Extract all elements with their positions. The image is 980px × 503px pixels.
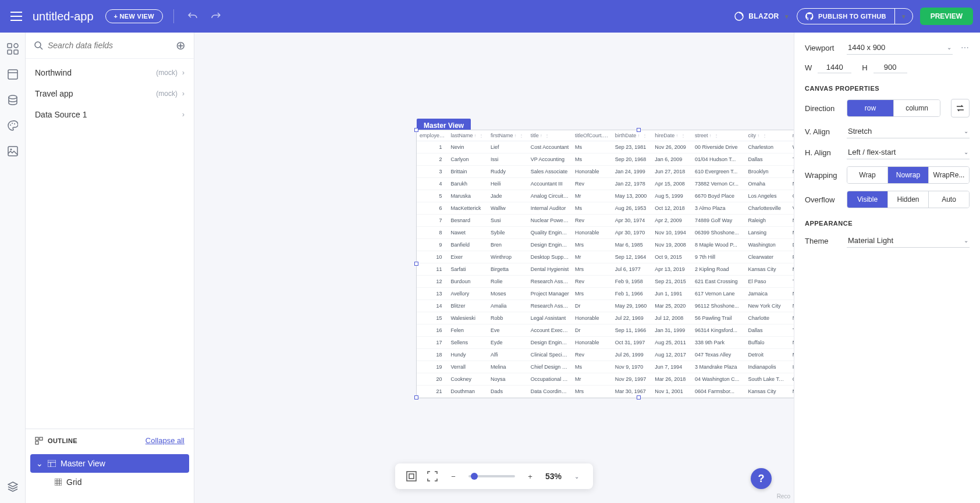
publish-dropdown[interactable]: ▼	[894, 9, 912, 24]
canvas-area[interactable]: Master View employeeID↑ ⋮lastName↑ ⋮firs…	[194, 33, 794, 503]
data-grid[interactable]: employeeID↑ ⋮lastName↑ ⋮firstName↑ ⋮titl…	[417, 130, 794, 398]
table-row[interactable]: 3BrittainRuddySales AssociateHonorableJa…	[417, 166, 794, 178]
more-icon[interactable]: ⋯	[961, 43, 970, 52]
zoom-slider[interactable]	[468, 475, 515, 477]
data-icon[interactable]	[6, 93, 20, 107]
table-row[interactable]: 21DouthmanDadsData CoordinatorMrsMar 30,…	[417, 386, 794, 398]
table-row[interactable]: 19VerrallMelinaChief Design Engi...MsNov…	[417, 361, 794, 373]
table-row[interactable]: 7BesnardSusiNuclear Power E...RevApr 30,…	[417, 215, 794, 227]
column-header[interactable]: city↑ ⋮	[745, 130, 790, 141]
halign-label: H. Align	[805, 148, 841, 157]
table-row[interactable]: 5MaruskaJadeAnalog Circuit De...MrMay 13…	[417, 190, 794, 202]
table-row[interactable]: 17SellensEydeDesign EngineerHonorableOct…	[417, 337, 794, 349]
wrapreverse-button[interactable]: WrapRe...	[929, 167, 969, 183]
wrap-button[interactable]: Wrap	[847, 167, 888, 183]
width-input[interactable]: 1440	[818, 62, 851, 73]
table-row[interactable]: 8NawetSybileQuality EngineerHonorableApr…	[417, 227, 794, 239]
table-cell: North Carolina	[790, 312, 794, 324]
preview-button[interactable]: PREVIEW	[920, 8, 973, 25]
theme-icon[interactable]	[6, 119, 20, 133]
selection-handle[interactable]	[414, 262, 418, 266]
table-row[interactable]: 10EixerWinthropDesktop Support...MrSep 1…	[417, 251, 794, 263]
overflow-visible-button[interactable]: Visible	[847, 191, 888, 208]
menu-icon[interactable]	[7, 7, 26, 26]
zoom-in-button[interactable]: +	[524, 470, 536, 482]
collapse-all-link[interactable]: Collapse all	[145, 436, 184, 445]
undo-icon[interactable]	[184, 8, 201, 24]
datasource-item[interactable]: Travel app(mock)›	[26, 83, 194, 104]
viewport-select[interactable]: 1440 x 900 ⌄	[847, 41, 953, 55]
search-input[interactable]	[48, 41, 171, 50]
table-cell: 13	[417, 288, 448, 300]
selection-handle[interactable]	[414, 128, 418, 132]
table-cell: Aug 12, 2017	[652, 349, 692, 361]
table-row[interactable]: 15WalesieskiRobbLegal AssistantHonorable…	[417, 312, 794, 324]
table-cell: Banfield	[448, 239, 488, 251]
table-row[interactable]: 4BarukhHeiliAccountant IIIRevJan 22, 197…	[417, 178, 794, 190]
column-header[interactable]: birthDate↑ ⋮	[612, 130, 652, 141]
table-row[interactable]: 6MacKetterickWalliwInternal AuditorMsAug…	[417, 202, 794, 215]
table-row[interactable]: 13AvelloryMosesProject ManagerMrsFeb 1, …	[417, 288, 794, 300]
nowrap-button[interactable]: Nowrap	[888, 167, 929, 183]
theme-select[interactable]: Material Light⌄	[847, 234, 970, 248]
column-header[interactable]: firstName↑ ⋮	[488, 130, 528, 141]
zoom-out-button[interactable]: −	[448, 470, 459, 482]
column-header[interactable]: titleOfCourt...↑ ⋮	[572, 130, 612, 141]
fit-icon[interactable]	[406, 470, 417, 482]
direction-row-button[interactable]: row	[847, 100, 894, 116]
framework-selector[interactable]: BLAZOR ▼	[734, 12, 790, 21]
zoom-slider-thumb[interactable]	[471, 473, 478, 480]
fullscreen-icon[interactable]	[427, 470, 438, 482]
selection-handle[interactable]	[637, 395, 641, 399]
table-row[interactable]: 11SarfatiBirgettaDental HygienistMrsJul …	[417, 263, 794, 276]
table-cell: Jun 1, 1991	[652, 288, 692, 300]
selection-handle[interactable]	[637, 128, 641, 132]
new-view-button[interactable]: + NEW VIEW	[105, 9, 163, 23]
layout-icon[interactable]	[6, 67, 20, 81]
assets-icon[interactable]	[6, 144, 20, 158]
canvas-frame[interactable]: employeeID↑ ⋮lastName↑ ⋮firstName↑ ⋮titl…	[417, 130, 794, 398]
table-cell: Lief	[488, 141, 528, 154]
redo-icon[interactable]	[208, 8, 224, 24]
layers-icon[interactable]	[6, 480, 20, 494]
column-header[interactable]: lastName↑ ⋮	[448, 130, 488, 141]
height-input[interactable]: 900	[874, 62, 907, 73]
datasource-item[interactable]: Data Source 1›	[26, 104, 194, 125]
table-row[interactable]: 16FelenEveAccount ExecutiveDrSep 11, 196…	[417, 324, 794, 337]
outline-grid[interactable]: Grid	[49, 473, 189, 491]
help-button[interactable]: ?	[751, 468, 772, 489]
halign-select[interactable]: Left / flex-start⌄	[847, 145, 970, 159]
table-cell: West Virginia	[790, 141, 794, 154]
app-title: untitled-app	[33, 10, 94, 23]
table-row[interactable]: 1NevinLiefCost AccountantMsSep 23, 1981N…	[417, 141, 794, 154]
column-header[interactable]: region↑ ⋮	[790, 130, 794, 141]
overflow-auto-button[interactable]: Auto	[929, 191, 969, 208]
overflow-hidden-button[interactable]: Hidden	[888, 191, 929, 208]
add-datasource-icon[interactable]: ⊕	[176, 38, 186, 52]
column-header[interactable]: employeeID↑ ⋮	[417, 130, 448, 141]
svg-rect-15	[35, 441, 38, 444]
table-row[interactable]: 20CookneyNoysaOccupational The...MrNov 2…	[417, 373, 794, 386]
column-header[interactable]: street↑ ⋮	[692, 130, 745, 141]
swap-axis-icon[interactable]	[951, 99, 970, 117]
table-cell: Douthman	[448, 386, 488, 398]
components-icon[interactable]	[6, 42, 20, 56]
selection-handle[interactable]	[414, 395, 418, 399]
publish-button[interactable]: PUBLISH TO GITHUB	[797, 9, 894, 24]
table-row[interactable]: 14BlitzerAmaliaResearch Assista...DrMay …	[417, 300, 794, 312]
chevron-down-icon: ▼	[901, 13, 907, 20]
table-row[interactable]: 2CarlyonIssiVP AccountingMsSep 20, 1968J…	[417, 154, 794, 166]
table-row[interactable]: 12BurdounRolieResearch Assista...RevFeb …	[417, 276, 794, 288]
direction-column-button[interactable]: column	[894, 100, 940, 116]
outline-master-view[interactable]: ⌄ Master View	[30, 454, 189, 473]
column-header[interactable]: hireDate↑ ⋮	[652, 130, 692, 141]
table-cell: Jan 22, 1978	[612, 178, 652, 190]
table-cell: Alfi	[488, 349, 528, 361]
table-row[interactable]: 9BanfieldBrenDesign EngineerMrsMar 6, 19…	[417, 239, 794, 251]
zoom-dropdown[interactable]: ⌄	[571, 470, 583, 482]
column-header[interactable]: title↑ ⋮	[528, 130, 572, 141]
table-row[interactable]: 18HundyAlfiClinical SpecialistRevJul 26,…	[417, 349, 794, 361]
datasource-item[interactable]: Northwind(mock)›	[26, 62, 194, 83]
table-cell: 621 East Crossing	[692, 276, 745, 288]
valign-select[interactable]: Stretch⌄	[847, 124, 970, 138]
